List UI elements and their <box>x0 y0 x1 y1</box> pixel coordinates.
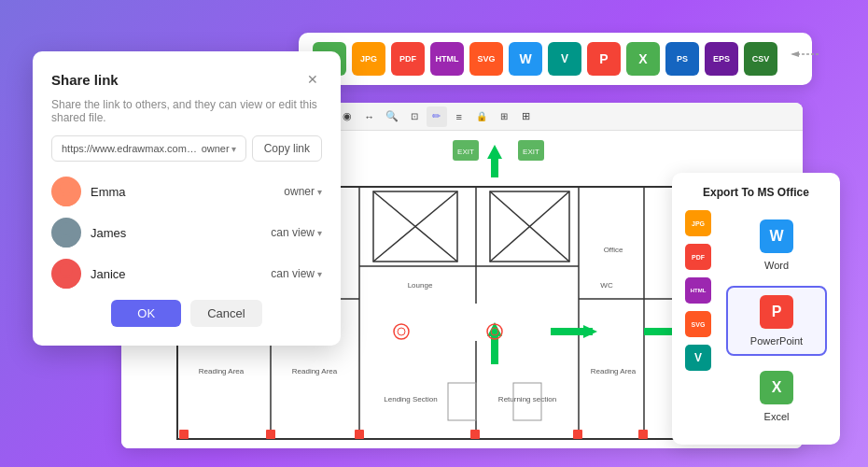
excel-icon: X <box>760 371 793 404</box>
toolbar-grid-icon[interactable]: ⊞ <box>494 106 514 127</box>
user-name-janice: Janice <box>91 267 261 281</box>
ok-button[interactable]: OK <box>111 300 181 327</box>
svg-text:EXIT: EXIT <box>457 148 474 156</box>
share-dialog: Share link ✕ Share the link to others, a… <box>33 51 341 346</box>
svg-rect-7 <box>491 159 498 177</box>
format-ppt-btn[interactable]: P <box>587 42 621 76</box>
svg-rect-51 <box>573 430 582 439</box>
close-button[interactable]: ✕ <box>303 70 322 89</box>
export-panel-title: Export To MS Office <box>685 186 827 199</box>
svg-rect-44 <box>551 328 593 335</box>
svg-text:EXIT: EXIT <box>523 148 539 156</box>
svg-text:Lounge: Lounge <box>408 281 433 290</box>
svg-point-70 <box>60 263 73 276</box>
powerpoint-icon: P <box>760 295 793 329</box>
toolbar-more-icon[interactable]: ⊞ <box>516 106 537 127</box>
cancel-button[interactable]: Cancel <box>190 300 261 327</box>
link-input-container: https://www.edrawmax.com/online/fil... o… <box>51 135 246 162</box>
svg-rect-47 <box>179 430 189 439</box>
dialog-header: Share link ✕ <box>51 70 322 89</box>
dialog-title: Share link <box>51 72 119 88</box>
chevron-down-icon: ▾ <box>231 144 236 154</box>
user-role-janice[interactable]: can view ▾ <box>271 267 322 280</box>
user-role-emma[interactable]: owner ▾ <box>284 185 322 198</box>
svg-rect-49 <box>355 430 364 439</box>
export-side-icons: JPG PDF HTML SVG V <box>685 210 711 432</box>
chevron-down-icon: ▾ <box>317 187 322 197</box>
toolbar-zoom-icon[interactable]: 🔍 <box>382 106 402 127</box>
user-name-emma: Emma <box>91 185 274 199</box>
svg-point-66 <box>60 181 73 194</box>
side-icon-pdf[interactable]: PDF <box>685 244 711 270</box>
export-ms-office-panel: Export To MS Office JPG PDF HTML SVG V W… <box>672 173 840 445</box>
format-xls-btn[interactable]: X <box>626 42 660 76</box>
copy-link-button[interactable]: Copy link <box>252 135 322 162</box>
link-row: https://www.edrawmax.com/online/fil... o… <box>51 135 322 162</box>
svg-rect-46 <box>491 336 498 364</box>
word-label: Word <box>764 260 789 271</box>
svg-point-71 <box>56 277 77 289</box>
word-icon: W <box>760 219 793 253</box>
svg-text:Reading Area: Reading Area <box>591 367 637 375</box>
chevron-down-icon: ▾ <box>317 269 322 279</box>
dialog-actions: OK Cancel <box>51 300 322 327</box>
svg-point-68 <box>60 222 73 235</box>
format-csv-btn[interactable]: CSV <box>744 42 777 76</box>
dialog-description: Share the link to others, and they can v… <box>51 98 322 124</box>
user-row-james: James can view ▾ <box>51 218 322 248</box>
format-ps-btn[interactable]: PS <box>665 42 699 76</box>
toolbar-list-icon[interactable]: ≡ <box>449 106 469 127</box>
user-row-janice: Janice can view ▾ <box>51 259 322 289</box>
svg-text:Reading Area: Reading Area <box>199 367 245 375</box>
svg-point-61 <box>398 328 405 335</box>
side-icon-svg[interactable]: SVG <box>685 311 711 337</box>
format-visio-btn[interactable]: V <box>548 42 581 76</box>
side-icon-jpg[interactable]: JPG <box>685 210 711 236</box>
svg-rect-64 <box>448 383 476 420</box>
toolbar-lock-icon[interactable]: 🔒 <box>471 106 492 127</box>
export-excel-item[interactable]: X Excel <box>726 361 827 432</box>
format-pdf-btn[interactable]: PDF <box>391 42 425 76</box>
export-main-area: JPG PDF HTML SVG V W Word P PowerPoint <box>685 210 827 432</box>
svg-text:Office: Office <box>604 246 623 254</box>
avatar-emma <box>51 177 81 206</box>
svg-text:Lending Section: Lending Section <box>384 395 437 403</box>
avatar-janice <box>51 259 81 289</box>
export-format-toolbar: TIFF JPG PDF HTML SVG W V P X PS EPS CSV <box>299 33 812 85</box>
toolbar-fit-icon[interactable]: ⊡ <box>404 106 425 127</box>
format-html-btn[interactable]: HTML <box>430 42 464 76</box>
export-word-item[interactable]: W Word <box>726 210 827 280</box>
svg-rect-50 <box>470 430 480 439</box>
toolbar-pen-icon[interactable]: ✏ <box>427 106 447 127</box>
svg-rect-48 <box>266 430 275 439</box>
powerpoint-label: PowerPoint <box>750 335 803 347</box>
user-row-emma: Emma owner ▾ <box>51 177 322 206</box>
link-url-text: https://www.edrawmax.com/online/fil... <box>62 143 198 154</box>
svg-rect-52 <box>638 430 648 439</box>
svg-text:Returning section: Returning section <box>498 395 556 403</box>
arrow-indicator <box>786 45 823 67</box>
format-svg-btn[interactable]: SVG <box>469 42 503 76</box>
user-name-james: James <box>91 226 261 240</box>
svg-point-67 <box>56 195 77 206</box>
user-role-james[interactable]: can view ▾ <box>271 226 322 239</box>
side-icon-html[interactable]: HTML <box>685 277 711 304</box>
link-role-badge: owner ▾ <box>202 143 236 154</box>
svg-text:WC: WC <box>600 281 613 290</box>
format-eps-btn[interactable]: EPS <box>705 42 738 76</box>
svg-text:Reading Area: Reading Area <box>292 367 338 375</box>
excel-label: Excel <box>764 411 790 422</box>
toolbar-arrow2-icon[interactable]: ↔ <box>359 106 380 127</box>
avatar-james <box>51 218 81 248</box>
svg-marker-6 <box>487 145 502 159</box>
side-icon-visio[interactable]: V <box>685 345 711 371</box>
export-items: W Word P PowerPoint X Excel <box>726 210 827 432</box>
chevron-down-icon: ▾ <box>317 228 322 238</box>
export-powerpoint-item[interactable]: P PowerPoint <box>726 286 827 356</box>
format-word-btn[interactable]: W <box>509 42 542 76</box>
svg-point-69 <box>56 236 77 248</box>
svg-point-60 <box>394 324 409 339</box>
format-jpg-btn[interactable]: JPG <box>352 42 385 76</box>
